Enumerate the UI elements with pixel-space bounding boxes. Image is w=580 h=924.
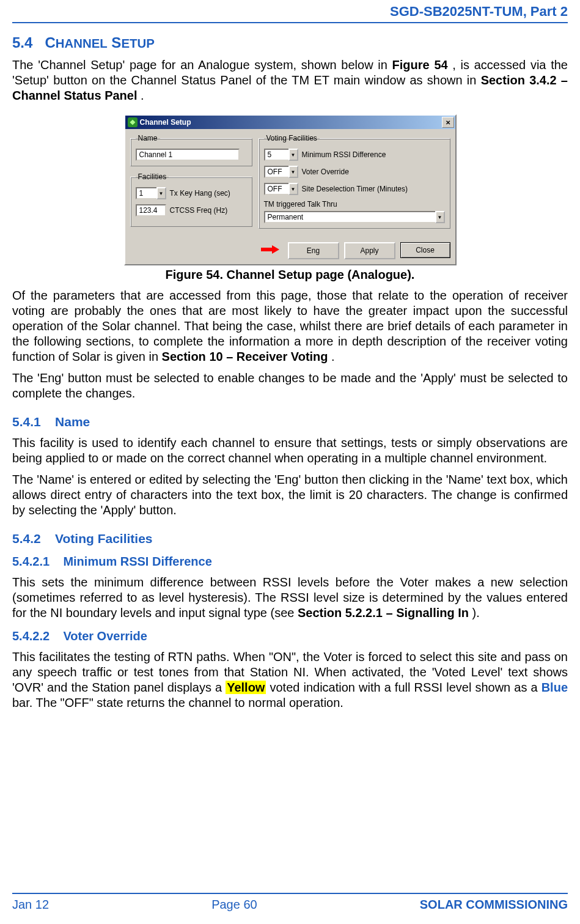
eng-button[interactable]: Eng [288,242,339,259]
facilities-group: Facilities 1 ▼ Tx Key Hang (sec) 123.4 C… [130,172,252,227]
channel-name-input[interactable]: Channel 1 [136,149,240,161]
apply-button[interactable]: Apply [344,242,395,259]
close-icon[interactable]: ✕ [442,117,454,128]
s5422-p: This facilitates the testing of RTN path… [12,649,568,711]
ctcss-label: CTCSS Freq (Hz) [170,206,228,215]
min-rssi-row: 5 ▼ Minimum RSSI Difference [264,149,445,161]
heading-number: 5.4.2.1 [12,555,50,568]
voter-override-label: Voter Override [302,168,349,176]
text: ). [472,606,480,619]
text: . [141,89,144,102]
heading-title: Minimum RSSI Difference [63,555,211,568]
chevron-down-icon[interactable]: ▼ [288,149,298,161]
site-desel-row: OFF ▼ Site Deselection Timer (Minutes) [264,183,445,195]
figure-54: ❖ Channel Setup ✕ Name Channel 1 Facilit… [12,114,568,265]
tx-key-hang-select[interactable]: 1 ▼ [136,187,166,199]
talk-thru-label: TM triggered Talk Thru [264,200,445,209]
heading-title: Voting Facilities [55,531,152,545]
chevron-down-icon[interactable]: ▼ [156,187,166,199]
talk-thru-value: Permanent [264,211,435,223]
heading-5-4-2-1: 5.4.2.1 Minimum RSSI Difference [12,555,568,569]
dialog-button-row: Eng Apply Close [125,240,455,264]
min-rssi-value: 5 [264,149,288,161]
s541-p2: The 'Name' is entered or edited by selec… [12,472,568,518]
footer-page: Page 60 [211,898,257,912]
header-doc-id: SGD-SB2025NT-TUM, Part 2 [12,0,568,23]
voter-override-value: OFF [264,166,288,178]
page: SGD-SB2025NT-TUM, Part 2 5.4 CHANNEL SET… [0,0,580,924]
intro-paragraph: The 'Channel Setup' page for an Analogue… [12,57,568,103]
site-desel-label: Site Deselection Timer (Minutes) [302,185,408,193]
section-heading-5-4: 5.4 CHANNEL SETUP [12,34,568,51]
text: The 'Channel Setup' page for an Analogue… [12,58,392,72]
heading-title: Voter Override [63,629,147,643]
app-icon: ❖ [128,117,138,127]
min-rssi-select[interactable]: 5 ▼ [264,149,298,161]
blue-text: Blue [541,681,568,694]
voter-override-row: OFF ▼ Voter Override [264,166,445,178]
heading-number: 5.4.1 [12,415,41,429]
voting-group: Voting Facilities 5 ▼ Minimum RSSI Diffe… [259,134,450,229]
figure-54-caption: Figure 54. Channel Setup page (Analogue)… [12,268,568,282]
dialog-right-column: Voting Facilities 5 ▼ Minimum RSSI Diffe… [259,134,450,235]
close-button[interactable]: Close [400,242,450,258]
voter-override-select[interactable]: OFF ▼ [264,166,298,178]
voting-legend: Voting Facilities [264,134,320,142]
yellow-highlight: Yellow [226,681,266,694]
site-desel-value: OFF [264,183,288,195]
section-ref: Section 10 – Receiver Voting [162,350,328,363]
tx-key-hang-row: 1 ▼ Tx Key Hang (sec) [136,187,247,199]
dialog-body: Name Channel 1 Facilities 1 ▼ Tx Key Han… [125,129,455,240]
s5421-p: This sets the minimum difference between… [12,575,568,621]
name-group: Name Channel 1 [130,134,252,166]
heading-number: 5.4.2 [12,531,41,545]
eng-apply-note: The 'Eng' button must be selected to ena… [12,371,568,401]
text: . [331,350,335,363]
text: This sets the minimum difference between… [12,575,568,619]
section-ref: Section 5.2.2.1 – Signalling In [298,606,469,619]
heading-5-4-2: 5.4.2 Voting Facilities [12,531,568,546]
dialog-left-column: Name Channel 1 Facilities 1 ▼ Tx Key Han… [130,134,252,235]
paragraph-after-figure: Of the parameters that are accessed from… [12,288,568,364]
chevron-down-icon[interactable]: ▼ [435,211,445,223]
dialog-title: Channel Setup [140,118,442,127]
figure-ref: Figure 54 [392,58,448,72]
min-rssi-label: Minimum RSSI Difference [302,150,386,159]
s541-p1: This facility is used to identify each c… [12,435,568,466]
footer-title: SOLAR COMMISSIONING [420,898,568,912]
section-number: 5.4 [12,34,32,51]
channel-setup-dialog: ❖ Channel Setup ✕ Name Channel 1 Facilit… [124,114,457,265]
page-footer: Jan 12 Page 60 SOLAR COMMISSIONING [12,893,568,912]
text: voted indication with a full RSSI level … [270,681,541,694]
footer-date: Jan 12 [12,898,49,912]
ctcss-input[interactable]: 123.4 [136,204,166,216]
dialog-titlebar[interactable]: ❖ Channel Setup ✕ [125,116,455,129]
ctcss-row: 123.4 CTCSS Freq (Hz) [136,204,247,216]
name-legend: Name [136,134,160,142]
text: bar. The "OFF" state returns the channel… [12,696,343,709]
section-title: CHANNEL SETUP [45,34,154,51]
chevron-down-icon[interactable]: ▼ [288,183,298,195]
heading-title: Name [55,415,90,429]
site-desel-select[interactable]: OFF ▼ [264,183,298,195]
chevron-down-icon[interactable]: ▼ [288,166,298,178]
red-arrow-icon [261,245,279,254]
talk-thru-select[interactable]: Permanent ▼ [264,211,445,223]
heading-number: 5.4.2.2 [12,629,50,643]
tx-key-hang-label: Tx Key Hang (sec) [170,189,230,198]
heading-5-4-2-2: 5.4.2.2 Voter Override [12,629,568,643]
facilities-legend: Facilities [136,172,169,181]
heading-5-4-1: 5.4.1 Name [12,415,568,429]
tx-key-hang-value: 1 [136,187,156,199]
